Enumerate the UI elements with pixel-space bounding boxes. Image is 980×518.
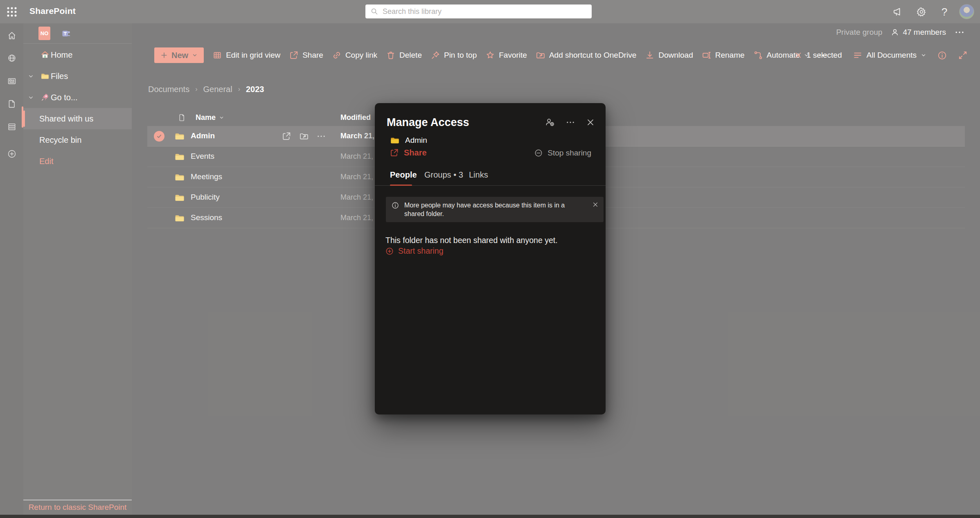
banner-text: More people may have access because this…: [404, 201, 581, 218]
tab-links[interactable]: Links: [469, 170, 488, 180]
share-icon: [390, 148, 399, 158]
plus-circle-icon: [385, 247, 394, 256]
circle-minus-icon: [534, 149, 543, 158]
info-icon: [391, 201, 399, 209]
tab-people[interactable]: People: [390, 170, 417, 180]
grant-access-icon[interactable]: [545, 117, 555, 127]
dialog-close-icon[interactable]: [586, 118, 595, 127]
active-tab-indicator: [390, 185, 412, 186]
folder-icon: [390, 135, 400, 145]
dialog-tabs: People Groups • 3 Links: [375, 168, 606, 186]
dialog-more-icon[interactable]: [565, 117, 575, 127]
dialog-title: Manage Access: [387, 116, 469, 129]
dialog-header-actions: [545, 117, 595, 127]
stop-sharing-button[interactable]: Stop sharing: [534, 149, 591, 158]
dialog-empty-message: This folder has not been shared with any…: [385, 236, 558, 245]
start-sharing-button[interactable]: Start sharing: [385, 246, 444, 256]
manage-access-dialog: Manage Access Admin Share Stop sharing P…: [375, 103, 606, 414]
dialog-item-name: Admin: [405, 136, 427, 145]
dialog-share-button[interactable]: Share: [390, 148, 427, 158]
tab-groups[interactable]: Groups • 3: [424, 170, 463, 180]
dialog-item-row: Admin: [390, 135, 427, 145]
dialog-info-banner: More people may have access because this…: [386, 197, 604, 222]
window-bottom-edge: [0, 515, 980, 518]
banner-close-icon[interactable]: [592, 201, 599, 208]
